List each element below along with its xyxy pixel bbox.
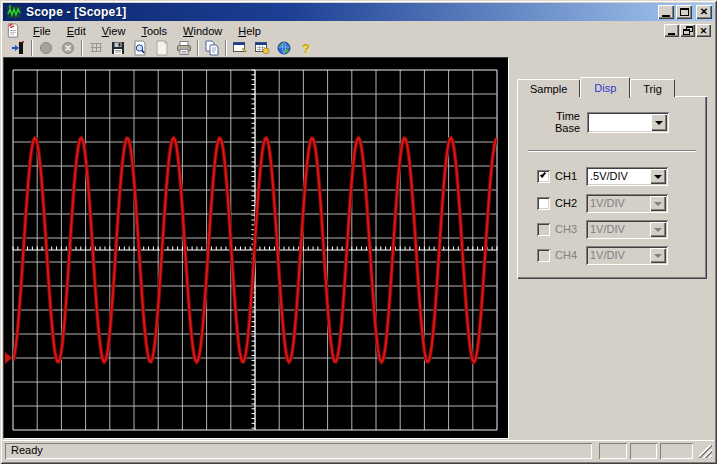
ch3-dropdown-button: [650, 222, 666, 237]
copy-button[interactable]: [201, 39, 223, 57]
options-button[interactable]: [251, 39, 273, 57]
window-title: Scope - [Scope1]: [26, 5, 127, 19]
chevron-down-icon: [655, 121, 663, 129]
ch3-volts-value: 1V/DIV: [590, 223, 650, 236]
chevron-down-icon: [654, 202, 662, 210]
mdi-minimize-icon: [668, 33, 675, 35]
ch1-checkbox[interactable]: [537, 170, 550, 183]
check-icon: [540, 171, 546, 178]
app-window: Scope - [Scope1] ✕ FileEditViewToolsWind…: [0, 0, 717, 464]
channel-row-ch3: CH3 1V/DIV: [517, 220, 707, 239]
ch1-label: CH1: [555, 170, 577, 182]
menu-window[interactable]: Window: [175, 23, 230, 39]
globe-icon: [276, 40, 292, 56]
mdi-minimize-button[interactable]: [664, 24, 679, 37]
options-icon: [254, 40, 270, 56]
web-button[interactable]: [273, 39, 295, 57]
ch3-volts-combo: 1V/DIV: [586, 220, 668, 239]
print-preview-button[interactable]: [129, 39, 151, 57]
help-button[interactable]: ?: [295, 39, 317, 57]
grid-button[interactable]: [85, 39, 107, 57]
ch2-dropdown-button: [650, 196, 666, 211]
new-page-button[interactable]: [151, 39, 173, 57]
minimize-button[interactable]: [658, 5, 674, 19]
mdi-close-icon: ✕: [700, 26, 708, 36]
menu-file[interactable]: File: [25, 23, 59, 39]
ch1-volts-combo[interactable]: .5V/DIV: [586, 167, 668, 186]
exit-button[interactable]: [7, 39, 29, 57]
chevron-down-icon: [654, 254, 662, 262]
help-icon: ?: [302, 41, 310, 56]
ch2-label: CH2: [555, 197, 577, 209]
record-icon: [38, 40, 54, 56]
status-bar: Ready: [3, 440, 714, 461]
chevron-down-icon: [654, 228, 662, 236]
title-bar: Scope - [Scope1] ✕: [3, 3, 714, 21]
scope-graticule-and-trace: [4, 58, 508, 438]
time-base-combo[interactable]: [587, 112, 669, 133]
time-base-dropdown-button[interactable]: [651, 114, 667, 131]
ch2-checkbox[interactable]: [537, 197, 550, 210]
resize-grip[interactable]: [699, 445, 712, 458]
ch4-checkbox: [537, 249, 550, 262]
tab-strip: Sample Disp Trig: [517, 76, 675, 97]
toolbar-separator: [197, 40, 199, 56]
control-panel: Sample Disp Trig Time Base CH1 .5V/DIV: [509, 57, 714, 439]
tab-trig[interactable]: Trig: [630, 79, 675, 97]
print-preview-icon: [132, 40, 148, 56]
toolbar-separator: [225, 40, 227, 56]
time-base-value: [591, 116, 651, 129]
status-pane: [660, 443, 693, 459]
ch1-dropdown-button[interactable]: [650, 169, 666, 184]
record-button[interactable]: [35, 39, 57, 57]
maximize-button[interactable]: [676, 5, 692, 19]
ch3-label: CH3: [555, 223, 577, 235]
stop-button[interactable]: [57, 39, 79, 57]
menu-edit[interactable]: Edit: [59, 23, 94, 39]
ch4-dropdown-button: [650, 248, 666, 263]
tab-disp[interactable]: Disp: [580, 77, 630, 98]
channel-row-ch4: CH4 1V/DIV: [517, 246, 707, 265]
new-page-icon: [154, 40, 170, 56]
tab-sample[interactable]: Sample: [517, 79, 580, 97]
disp-tab-page: Time Base CH1 .5V/DIV CH2 1V/DIV: [517, 96, 707, 279]
ch4-volts-value: 1V/DIV: [590, 249, 650, 262]
channel-row-ch2: CH2 1V/DIV: [517, 194, 707, 213]
ch4-volts-combo: 1V/DIV: [586, 246, 668, 265]
copy-icon: [204, 40, 220, 56]
mdi-close-button[interactable]: ✕: [696, 24, 711, 37]
ch1-volts-value: .5V/DIV: [590, 170, 650, 183]
menu-bar: FileEditViewToolsWindowHelp ✕: [3, 22, 714, 39]
toolbar: ?: [3, 39, 714, 58]
toolbar-separator: [81, 40, 83, 56]
menu-view[interactable]: View: [94, 23, 134, 39]
chevron-down-icon: [654, 175, 662, 183]
status-pane: [599, 443, 627, 459]
channel-row-ch1: CH1 .5V/DIV: [517, 167, 707, 186]
ch3-checkbox: [537, 223, 550, 236]
document-icon: [5, 23, 21, 38]
status-pane: [630, 443, 657, 459]
menu-items: FileEditViewToolsWindowHelp: [25, 23, 269, 39]
properties-button[interactable]: [229, 39, 251, 57]
menu-help[interactable]: Help: [230, 23, 269, 39]
ch4-label: CH4: [555, 249, 577, 261]
app-icon: [6, 4, 22, 20]
print-button[interactable]: [173, 39, 195, 57]
ch2-volts-combo: 1V/DIV: [586, 194, 668, 213]
minimize-icon: [662, 15, 670, 17]
print-icon: [176, 40, 192, 56]
grid-icon: [88, 40, 104, 56]
maximize-icon: [680, 8, 689, 16]
save-button[interactable]: [107, 39, 129, 57]
mdi-restore-icon: [683, 26, 693, 35]
stop-icon: [60, 40, 76, 56]
mdi-restore-button[interactable]: [680, 24, 695, 37]
save-icon: [110, 40, 126, 56]
time-base-label: Time Base: [534, 110, 580, 134]
toolbar-separator: [31, 40, 33, 56]
close-button[interactable]: ✕: [696, 5, 712, 19]
menu-tools[interactable]: Tools: [133, 23, 175, 39]
scope-display: [3, 57, 509, 439]
separator: [528, 150, 696, 152]
